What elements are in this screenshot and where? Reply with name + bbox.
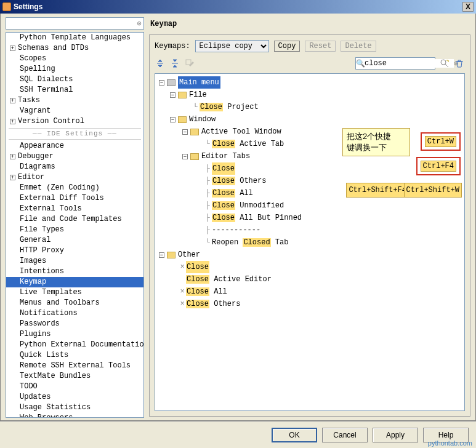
tree-item[interactable]: External Tools bbox=[6, 204, 143, 214]
main-panel: Keymap Keymaps: Eclipse copy Copy Reset … bbox=[145, 14, 475, 420]
tree-item[interactable]: External Diff Tools bbox=[6, 193, 143, 204]
node-main-menu[interactable]: − Main menu bbox=[156, 76, 463, 89]
tree-item[interactable]: Passwords bbox=[6, 319, 143, 329]
node-active-tool-window[interactable]: − Active Tool Window bbox=[156, 126, 463, 138]
tree-item[interactable]: Spelling bbox=[6, 64, 143, 74]
tree-item[interactable]: Quick Lists bbox=[6, 350, 143, 361]
svg-point-1 bbox=[441, 60, 446, 65]
tree-item[interactable]: Web Browsers bbox=[6, 413, 143, 418]
expand-icon[interactable]: + bbox=[10, 154, 15, 159]
expand-all-icon[interactable] bbox=[155, 58, 166, 69]
action-other-close-active-editor[interactable]: Close Active Editor bbox=[156, 273, 463, 286]
tree-item[interactable]: TODO bbox=[6, 382, 143, 392]
tree-item[interactable]: Remote SSH External Tools bbox=[6, 361, 143, 371]
trash-icon[interactable] bbox=[454, 58, 465, 69]
tree-item[interactable]: +Version Control bbox=[6, 116, 143, 127]
filter-box[interactable]: 🔍 ⊗ bbox=[355, 57, 435, 70]
app-icon bbox=[2, 2, 11, 11]
panel-title: Keymap bbox=[149, 17, 470, 31]
action-close-all-but-pinned[interactable]: ├ Close All But Pinned bbox=[156, 212, 463, 224]
action-reopen-closed-tab[interactable]: └ Reopen Closed Tab bbox=[156, 236, 463, 249]
tree-item[interactable]: +Debugger bbox=[6, 151, 143, 162]
tree-item[interactable]: Scopes bbox=[6, 54, 143, 64]
action-close-unmodified[interactable]: ├ Close Unmodified bbox=[156, 199, 463, 212]
tree-item[interactable]: +Tasks bbox=[6, 95, 143, 106]
edit-shortcut-icon[interactable] bbox=[184, 58, 195, 69]
tree-item-label: Schemas and DTDs bbox=[18, 43, 89, 54]
tree-item-label: Passwords bbox=[20, 319, 60, 329]
close-icon: × bbox=[179, 298, 186, 310]
tree-item[interactable]: +Editor bbox=[6, 172, 143, 183]
tree-item[interactable]: File and Code Templates bbox=[6, 214, 143, 225]
tree-item-label: Spelling bbox=[20, 64, 55, 74]
tree-item[interactable]: Emmet (Zen Coding) bbox=[6, 183, 143, 193]
tree-item-label: Keymap bbox=[20, 277, 46, 287]
settings-tree[interactable]: Python Template Languages+Schemas and DT… bbox=[6, 32, 144, 418]
collapse-all-icon[interactable] bbox=[169, 58, 180, 69]
tree-item[interactable]: Appearance bbox=[6, 141, 143, 151]
tree-item[interactable]: Python External Documentation bbox=[6, 340, 143, 350]
folder-icon bbox=[167, 252, 175, 258]
tree-item[interactable]: Plugins bbox=[6, 329, 143, 340]
collapse-icon[interactable]: − bbox=[159, 80, 164, 86]
tree-item[interactable]: File Types bbox=[6, 225, 143, 235]
tree-item[interactable]: Notifications bbox=[6, 308, 143, 319]
tree-item[interactable]: Keymap bbox=[6, 277, 143, 287]
tree-item-label: Debugger bbox=[18, 151, 54, 162]
window-close-button[interactable]: X bbox=[462, 2, 474, 12]
action-close-project[interactable]: └ Close Project bbox=[156, 101, 463, 113]
action-other-close-others[interactable]: × Close Others bbox=[156, 298, 463, 310]
tree-item[interactable]: Menus and Toolbars bbox=[6, 298, 143, 308]
action-other-close[interactable]: × Close bbox=[156, 261, 463, 273]
cancel-button[interactable]: Cancel bbox=[322, 428, 368, 442]
tree-item[interactable]: SQL Dialects bbox=[6, 74, 143, 85]
collapse-icon[interactable]: − bbox=[182, 154, 188, 159]
node-file[interactable]: − File bbox=[156, 89, 463, 101]
node-label: Active Tool Window bbox=[201, 126, 281, 138]
keymap-tree[interactable]: − Main menu − File └ Close Project − Win… bbox=[155, 73, 465, 411]
reset-button[interactable]: Reset bbox=[305, 41, 336, 52]
sidebar-search-input[interactable] bbox=[6, 19, 135, 28]
tree-item[interactable]: Vagrant bbox=[6, 106, 143, 116]
tree-item-label: Updates bbox=[20, 392, 50, 402]
tree-item[interactable]: SSH Terminal bbox=[6, 85, 143, 95]
tree-item[interactable]: HTTP Proxy bbox=[6, 246, 143, 256]
close-icon: × bbox=[179, 286, 186, 298]
expand-icon[interactable]: + bbox=[10, 175, 15, 180]
tree-item-label: File Types bbox=[20, 225, 64, 235]
tree-item-label: External Tools bbox=[20, 204, 82, 214]
tree-item[interactable]: Diagrams bbox=[6, 162, 143, 172]
node-window[interactable]: − Window bbox=[156, 113, 463, 126]
expand-icon[interactable]: + bbox=[10, 98, 15, 103]
tree-item[interactable]: General bbox=[6, 235, 143, 246]
collapse-icon[interactable]: − bbox=[170, 92, 175, 98]
collapse-icon[interactable]: − bbox=[182, 129, 188, 135]
tree-item-label: File and Code Templates bbox=[20, 214, 122, 225]
tree-item[interactable]: Images bbox=[6, 256, 143, 266]
action-other-close-all[interactable]: × Close All bbox=[156, 286, 463, 298]
tree-item[interactable]: Updates bbox=[6, 392, 143, 402]
sidebar-search[interactable]: ⊗ bbox=[6, 17, 144, 30]
tree-item[interactable]: Intentions bbox=[6, 266, 143, 277]
node-other[interactable]: − Other bbox=[156, 249, 463, 261]
find-by-shortcut-icon[interactable] bbox=[439, 58, 450, 69]
expand-icon[interactable]: + bbox=[10, 119, 15, 124]
tree-item[interactable]: Usage Statistics bbox=[6, 402, 143, 413]
collapse-icon[interactable]: − bbox=[159, 252, 164, 258]
collapse-icon[interactable]: − bbox=[170, 117, 175, 122]
tree-item[interactable]: Python Template Languages bbox=[6, 33, 143, 43]
delete-button[interactable]: Delete bbox=[341, 41, 376, 52]
ok-button[interactable]: OK bbox=[272, 428, 317, 442]
tree-item[interactable]: +Schemas and DTDs bbox=[6, 43, 143, 54]
expand-icon[interactable]: + bbox=[10, 46, 15, 51]
tree-item[interactable]: Live Templates bbox=[6, 287, 143, 298]
tree-item-label: Editor bbox=[18, 172, 44, 183]
action-close-active-tab[interactable]: └ Close Active Tab bbox=[156, 138, 463, 150]
keymap-select[interactable]: Eclipse copy bbox=[195, 40, 269, 52]
shortcut-ctrl-f4: Ctrl+F4 bbox=[416, 157, 461, 175]
tree-item[interactable]: TextMate Bundles bbox=[6, 371, 143, 382]
copy-button[interactable]: Copy bbox=[274, 41, 301, 52]
apply-button[interactable]: Apply bbox=[373, 428, 418, 442]
node-label: Main menu bbox=[178, 76, 220, 89]
search-clear-icon[interactable]: ⊗ bbox=[135, 19, 143, 28]
